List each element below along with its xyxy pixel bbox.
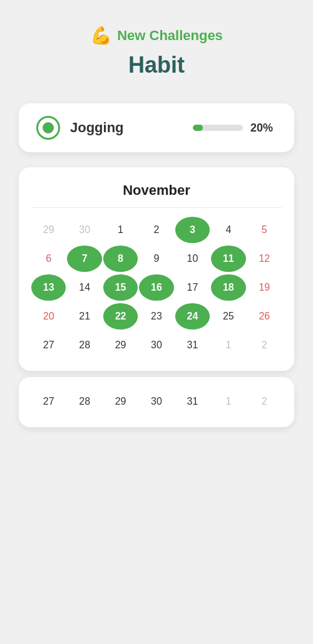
cal-cell[interactable]: 29: [103, 332, 138, 358]
calendar-month: November: [31, 182, 282, 199]
cal-cell[interactable]: 2: [247, 388, 282, 415]
cal-cell[interactable]: 2: [139, 217, 173, 243]
cal-cell[interactable]: 15: [103, 274, 138, 301]
cal-cell[interactable]: 3: [175, 217, 210, 243]
cal-cell[interactable]: 1: [211, 332, 245, 358]
calendar-card: November 2930123456789101112131415161718…: [19, 167, 294, 371]
cal-cell[interactable]: 10: [175, 246, 210, 272]
cal-cell[interactable]: 8: [103, 246, 138, 272]
partial-grid: 272829303112: [31, 388, 282, 415]
cal-cell[interactable]: 20: [31, 303, 66, 330]
cal-cell[interactable]: 13: [31, 274, 66, 301]
cal-cell[interactable]: 29: [31, 217, 66, 243]
cal-cell[interactable]: 1: [211, 388, 245, 415]
cal-cell[interactable]: 27: [31, 332, 66, 358]
challenge-title: New Challenges: [117, 28, 223, 44]
cal-cell[interactable]: 4: [211, 217, 245, 243]
cal-cell[interactable]: 28: [67, 332, 101, 358]
progress-bar-fill: [193, 125, 203, 131]
cal-cell[interactable]: 11: [211, 246, 245, 272]
jogging-card: Jogging 20%: [19, 103, 294, 152]
calendar-card-partial: 272829303112: [19, 377, 294, 427]
cal-cell[interactable]: 2: [247, 332, 282, 358]
cal-cell[interactable]: 24: [175, 303, 210, 330]
header-section: 💪 New Challenges Habit: [90, 25, 223, 91]
cal-cell[interactable]: 31: [175, 388, 210, 415]
jogging-icon: [36, 116, 60, 140]
cal-cell[interactable]: 22: [103, 303, 138, 330]
cal-cell[interactable]: 27: [31, 388, 66, 415]
cal-cell[interactable]: 21: [67, 303, 101, 330]
cal-cell[interactable]: 31: [175, 332, 210, 358]
cal-cell[interactable]: 9: [139, 246, 173, 272]
cal-cell[interactable]: 26: [247, 303, 282, 330]
cal-cell[interactable]: 1: [103, 217, 138, 243]
cal-cell[interactable]: 19: [247, 274, 282, 301]
cal-cell[interactable]: 5: [247, 217, 282, 243]
muscle-emoji: 💪: [90, 25, 112, 46]
cal-cell[interactable]: 23: [139, 303, 173, 330]
calendar-grid: 2930123456789101112131415161718192021222…: [31, 217, 282, 358]
cal-cell[interactable]: 17: [175, 274, 210, 301]
jogging-label: Jogging: [70, 120, 183, 136]
progress-percent: 20%: [250, 122, 277, 135]
cal-cell[interactable]: 28: [67, 388, 101, 415]
challenge-row: 💪 New Challenges: [90, 25, 223, 46]
circle-icon-inner: [43, 122, 54, 133]
cal-cell[interactable]: 25: [211, 303, 245, 330]
cal-cell[interactable]: 14: [67, 274, 101, 301]
cal-cell[interactable]: 7: [67, 246, 101, 272]
cal-cell[interactable]: 16: [139, 274, 173, 301]
progress-bar-bg: [193, 125, 243, 131]
cal-cell[interactable]: 30: [139, 388, 173, 415]
cal-cell[interactable]: 18: [211, 274, 245, 301]
calendar-divider: [31, 207, 282, 208]
cal-cell[interactable]: 30: [139, 332, 173, 358]
cal-cell[interactable]: 29: [103, 388, 138, 415]
habit-title: Habit: [128, 52, 185, 78]
cal-cell[interactable]: 12: [247, 246, 282, 272]
progress-wrapper: 20%: [193, 122, 277, 135]
cal-cell[interactable]: 30: [67, 217, 101, 243]
cal-cell[interactable]: 6: [31, 246, 66, 272]
